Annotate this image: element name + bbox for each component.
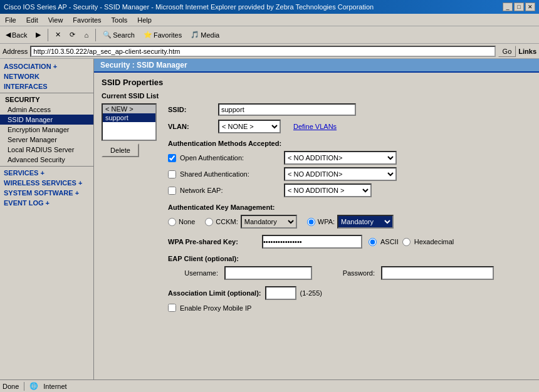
forward-button[interactable]: ▶ [33, 29, 44, 41]
network-eap-label: Network EAP: [180, 187, 280, 194]
eap-section: EAP Client (optional): Username: Passwor… [168, 255, 531, 280]
menu-favorites[interactable]: Favorites [70, 16, 103, 24]
ssid-input[interactable] [218, 103, 356, 116]
back-button[interactable]: ◀ Back [3, 29, 30, 41]
ssid-list[interactable]: < NEW > support [102, 103, 157, 141]
km-wpa-option: WPA: Mandatory Optional [307, 215, 394, 229]
define-vlans-link[interactable]: Define VLANs [293, 123, 337, 130]
media-button[interactable]: 🎵 Media [187, 29, 222, 41]
open-auth-checkbox[interactable] [168, 154, 176, 162]
km-cckm-option: CCKM: Mandatory Optional [205, 215, 296, 229]
eap-row: Username: Password: [168, 266, 531, 280]
address-bar: Address Go Links [0, 44, 539, 59]
address-input[interactable] [30, 46, 495, 57]
toolbar-separator-1 [48, 29, 48, 41]
km-wpa-select[interactable]: Mandatory Optional [337, 215, 394, 229]
sidebar-section-event-log[interactable]: EVENT LOG + [0, 198, 93, 208]
km-cckm-label: CCKM: [216, 218, 238, 225]
assoc-section: Association Limit (optional): (1-255) [168, 286, 531, 300]
sidebar-section-system[interactable]: SYSTEM SOFTWARE + [0, 188, 93, 198]
network-eap-select[interactable]: < NO ADDITION > [284, 183, 372, 197]
go-button[interactable]: Go [498, 46, 516, 57]
title-bar: Cisco IOS Series AP - Security - SSID Ma… [0, 0, 539, 14]
delete-button[interactable]: Delete [102, 143, 139, 157]
km-cckm-radio[interactable] [205, 218, 213, 226]
content-area: Security : SSID Manager SSID Properties … [94, 59, 539, 379]
menu-help[interactable]: Help [135, 16, 154, 24]
km-none-radio[interactable] [168, 218, 176, 226]
sidebar-section-services[interactable]: SERVICES + [0, 168, 93, 178]
ssid-new-item[interactable]: < NEW > [103, 105, 155, 113]
menu-edit[interactable]: Edit [24, 16, 41, 24]
ssid-support-item[interactable]: support [103, 113, 155, 122]
proxy-mobile-label: Enable Proxy Mobile IP [180, 304, 251, 312]
sidebar-item-ssid-manager[interactable]: SSID Manager [0, 115, 93, 125]
zone-icon: 🌐 [29, 382, 38, 390]
km-none-label: None [179, 218, 195, 225]
window-controls[interactable]: _ □ ✕ [503, 3, 535, 11]
km-cckm-select[interactable]: Mandatory Optional [241, 215, 297, 229]
proxy-row: Enable Proxy Mobile IP [168, 304, 531, 312]
network-eap-checkbox[interactable] [168, 187, 176, 195]
auth-section: Authentication Methods Accepted: Open Au… [168, 140, 531, 197]
maximize-button[interactable]: □ [514, 3, 524, 11]
wpa-section: WPA Pre-shared Key: ASCII Hexadecimal [168, 235, 531, 249]
ssid-label: SSID: [168, 106, 218, 113]
menu-view[interactable]: View [46, 16, 66, 24]
stop-button[interactable]: ✕ [52, 29, 64, 41]
search-button[interactable]: 🔍 Search [100, 29, 138, 41]
links-button[interactable]: Links [518, 48, 536, 55]
sidebar-item-admin-access[interactable]: Admin Access [0, 105, 93, 115]
ascii-radio[interactable] [369, 238, 377, 246]
content-inner: SSID Properties Current SSID List < NEW … [94, 73, 539, 317]
sidebar-item-local-radius[interactable]: Local RADIUS Server [0, 145, 93, 155]
toolbar: ◀ Back ▶ ✕ ⟳ ⌂ 🔍 Search ⭐ Favorites 🎵 Me… [0, 26, 539, 44]
favorites-button[interactable]: ⭐ Favorites [140, 29, 185, 41]
username-input[interactable] [224, 266, 312, 280]
ssid-layout: < NEW > support Delete SSID: VLAN: [102, 103, 531, 312]
status-separator [24, 382, 24, 391]
sidebar-section-wireless[interactable]: WIRELESS SERVICES + [0, 178, 93, 188]
hex-radio[interactable] [402, 238, 411, 246]
sidebar-item-encryption-manager[interactable]: Encryption Manager [0, 125, 93, 135]
key-mgmt-row: None CCKM: Mandatory Optional [168, 215, 531, 229]
close-button[interactable]: ✕ [525, 3, 535, 11]
main-layout: ASSOCIATION + NETWORK INTERFACES SECURIT… [0, 59, 539, 379]
home-button[interactable]: ⌂ [81, 29, 92, 41]
shared-auth-checkbox[interactable] [168, 170, 176, 178]
sidebar-item-server-manager[interactable]: Server Manager [0, 135, 93, 145]
section-title: SSID Properties [102, 78, 531, 87]
menu-bar: File Edit View Favorites Tools Help [0, 14, 539, 26]
sidebar-section-security[interactable]: SECURITY [0, 95, 93, 105]
assoc-input[interactable] [265, 286, 296, 300]
sidebar-divider-2 [0, 166, 93, 167]
window-title: Cisco IOS Series AP - Security - SSID Ma… [4, 3, 374, 11]
shared-auth-row: Shared Authentication: < NO ADDITION> [168, 167, 531, 181]
network-eap-row: Network EAP: < NO ADDITION > [168, 183, 531, 197]
wpa-input[interactable] [262, 235, 362, 249]
shared-auth-select[interactable]: < NO ADDITION> [284, 167, 397, 181]
shared-auth-label: Shared Authentication: [180, 170, 280, 178]
address-label: Address [3, 48, 28, 55]
proxy-mobile-checkbox[interactable] [168, 304, 176, 312]
refresh-button[interactable]: ⟳ [66, 29, 78, 41]
auth-methods-title: Authentication Methods Accepted: [168, 140, 531, 147]
password-input[interactable] [381, 266, 494, 280]
sidebar-section-interfaces[interactable]: INTERFACES [0, 81, 93, 91]
assoc-hint: (1-255) [300, 289, 322, 297]
minimize-button[interactable]: _ [503, 3, 513, 11]
eap-title: EAP Client (optional): [168, 255, 531, 262]
sidebar-section-association[interactable]: ASSOCIATION + [0, 61, 93, 71]
sidebar-section-network[interactable]: NETWORK [0, 71, 93, 81]
ascii-label: ASCII [380, 238, 399, 245]
zone-label: Internet [43, 383, 66, 390]
sidebar-divider-1 [0, 93, 93, 93]
wpa-encoding: ASCII Hexadecimal [369, 238, 454, 246]
km-wpa-radio[interactable] [307, 218, 315, 226]
menu-tools[interactable]: Tools [109, 16, 130, 24]
sidebar-item-advanced-security[interactable]: Advanced Security [0, 155, 93, 165]
open-auth-select[interactable]: < NO ADDITION> [284, 151, 397, 165]
menu-file[interactable]: File [3, 16, 19, 24]
username-label: Username: [168, 269, 218, 277]
vlan-select[interactable]: < NONE > [218, 120, 281, 133]
